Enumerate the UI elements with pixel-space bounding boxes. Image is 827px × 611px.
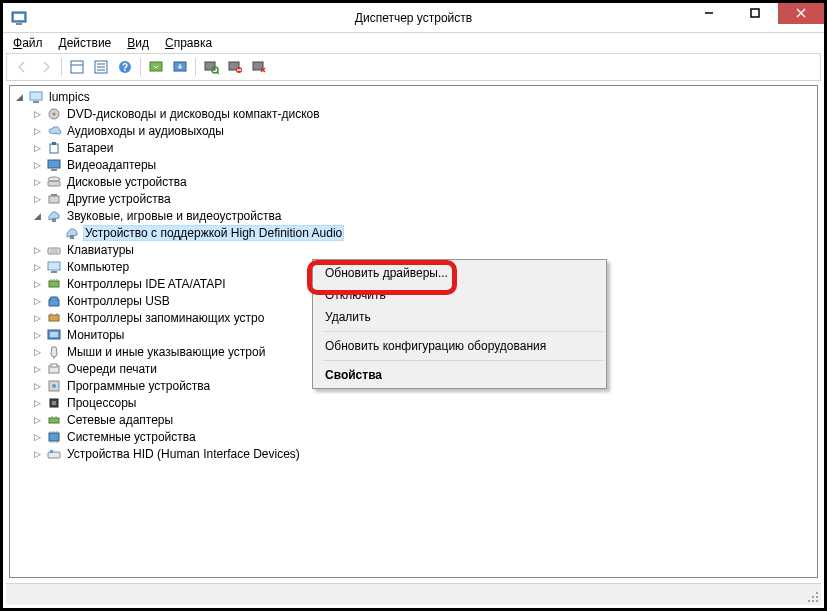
expand-icon[interactable]: ▷	[32, 278, 43, 289]
expand-icon[interactable]: ▷	[32, 346, 43, 357]
expand-icon[interactable]: ▷	[32, 397, 43, 408]
collapse-icon[interactable]: ◢	[14, 91, 25, 102]
svg-rect-29	[52, 142, 56, 145]
device-category-icon	[46, 344, 62, 360]
tree-node[interactable]: ▷Процессоры	[10, 394, 817, 411]
tree-node[interactable]: ▷Батареи	[10, 139, 817, 156]
expand-icon[interactable]: ▷	[32, 142, 43, 153]
svg-rect-54	[51, 364, 57, 367]
device-category-icon	[46, 378, 62, 394]
toolbar-disable-button[interactable]	[224, 56, 246, 78]
tree-node[interactable]: ◢Звуковые, игровые и видеоустройства	[10, 207, 817, 224]
menu-help[interactable]: Справка	[157, 35, 220, 51]
tree-node-label: Компьютер	[65, 260, 131, 274]
svg-point-73	[816, 596, 818, 598]
tree-node[interactable]: ▷Видеоадаптеры	[10, 156, 817, 173]
toolbar-help-button[interactable]: ?	[114, 56, 136, 78]
ctx-disable[interactable]: Отключить	[315, 284, 604, 306]
tree-node-label: Процессоры	[65, 396, 139, 410]
tree-node-selected[interactable]: Устройство с поддержкой High Definition …	[10, 224, 817, 241]
device-category-icon	[46, 140, 62, 156]
svg-rect-25	[33, 101, 39, 103]
expand-icon[interactable]: ▷	[32, 295, 43, 306]
toolbar-btn-3[interactable]	[145, 56, 167, 78]
tree-node[interactable]: ▷DVD-дисководы и дисководы компакт-диско…	[10, 105, 817, 122]
svg-point-75	[812, 596, 814, 598]
forward-button	[35, 56, 57, 78]
device-category-icon	[46, 429, 62, 445]
svg-rect-69	[48, 452, 60, 458]
expand-icon[interactable]: ▷	[32, 176, 43, 187]
tree-node[interactable]: ▷Аудиовходы и аудиовыходы	[10, 122, 817, 139]
collapse-icon[interactable]: ◢	[32, 210, 43, 221]
svg-point-27	[53, 112, 56, 115]
audio-device-icon	[64, 225, 80, 241]
toolbar-uninstall-button[interactable]	[248, 56, 270, 78]
device-category-icon	[46, 242, 62, 258]
tree-node-label: Устройство с поддержкой High Definition …	[83, 225, 344, 241]
expand-icon[interactable]: ▷	[32, 312, 43, 323]
tree-node-label: Звуковые, игровые и видеоустройства	[65, 209, 283, 223]
maximize-button[interactable]	[732, 2, 778, 24]
ctx-delete[interactable]: Удалить	[315, 306, 604, 328]
svg-rect-59	[49, 418, 59, 423]
tree-node[interactable]: ▷Другие устройства	[10, 190, 817, 207]
svg-point-76	[816, 592, 818, 594]
svg-rect-62	[49, 433, 59, 441]
tree-node[interactable]: ▷Системные устройства	[10, 428, 817, 445]
tree-node-label: Контроллеры запоминающих устро	[65, 311, 266, 325]
tree-root[interactable]: ◢ lumpics	[10, 88, 817, 105]
menu-view[interactable]: Вид	[119, 35, 157, 51]
ctx-properties[interactable]: Свойства	[315, 364, 604, 386]
svg-point-72	[812, 600, 814, 602]
expand-icon[interactable]: ▷	[32, 261, 43, 272]
minimize-button[interactable]	[686, 2, 732, 24]
svg-rect-70	[50, 450, 53, 453]
device-category-icon	[46, 293, 62, 309]
expand-icon[interactable]: ▷	[32, 159, 43, 170]
expand-icon[interactable]: ▷	[32, 244, 43, 255]
toolbar-btn-4[interactable]	[169, 56, 191, 78]
svg-rect-51	[50, 332, 58, 337]
tree-node-label: Устройства HID (Human Interface Devices)	[65, 447, 302, 461]
expand-icon[interactable]: ▷	[32, 380, 43, 391]
tree-node[interactable]: ▷Клавиатуры	[10, 241, 817, 258]
svg-point-33	[48, 177, 60, 181]
tree-node-label: Аудиовходы и аудиовыходы	[65, 124, 226, 138]
device-category-icon	[46, 123, 62, 139]
expand-icon[interactable]: ▷	[32, 363, 43, 374]
toolbar: ?	[6, 53, 821, 81]
tree-node[interactable]: ▷Устройства HID (Human Interface Devices…	[10, 445, 817, 462]
svg-rect-15	[150, 62, 162, 71]
ctx-rescan[interactable]: Обновить конфигурацию оборудования	[315, 335, 604, 357]
svg-rect-30	[48, 160, 60, 168]
tree-node-label: DVD-дисководы и дисководы компакт-дисков	[65, 107, 322, 121]
tree-node-label: Контроллеры USB	[65, 294, 172, 308]
menu-file[interactable]: Файл	[5, 35, 51, 51]
toolbar-scan-button[interactable]	[200, 56, 222, 78]
toolbar-btn-2[interactable]	[90, 56, 112, 78]
resize-grip[interactable]	[801, 584, 821, 605]
close-button[interactable]	[778, 2, 824, 24]
expand-icon[interactable]: ▷	[32, 125, 43, 136]
context-menu: Обновить драйверы... Отключить Удалить О…	[312, 259, 607, 389]
tree-node[interactable]: ▷Дисковые устройства	[10, 173, 817, 190]
svg-rect-4	[751, 9, 759, 17]
tree-node[interactable]: ▷Сетевые адаптеры	[10, 411, 817, 428]
menubar: Файл Действие Вид Справка	[3, 33, 824, 53]
expand-icon[interactable]: ▷	[32, 431, 43, 442]
ctx-separator	[323, 331, 603, 332]
expand-icon[interactable]: ▷	[32, 108, 43, 119]
expand-icon[interactable]: ▷	[32, 448, 43, 459]
expand-icon[interactable]: ▷	[32, 329, 43, 340]
toolbar-btn-1[interactable]	[66, 56, 88, 78]
device-category-icon	[46, 191, 62, 207]
tree-node-label: Контроллеры IDE ATA/ATAPI	[65, 277, 228, 291]
svg-rect-32	[48, 181, 60, 186]
device-category-icon	[46, 276, 62, 292]
expand-icon[interactable]: ▷	[32, 414, 43, 425]
menu-action[interactable]: Действие	[51, 35, 120, 51]
ctx-update-drivers[interactable]: Обновить драйверы...	[315, 262, 604, 284]
expand-icon[interactable]: ▷	[32, 193, 43, 204]
tree-node-label: Мониторы	[65, 328, 126, 342]
